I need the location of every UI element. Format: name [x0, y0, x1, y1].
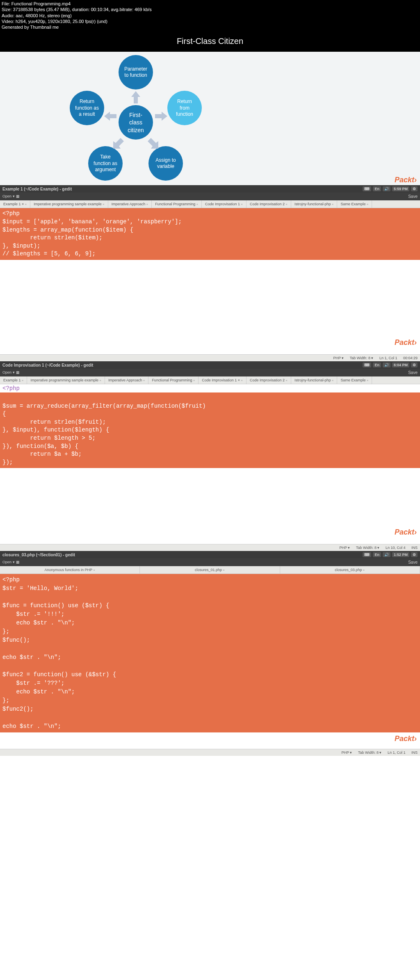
status-lang[interactable]: PHP ▾ [340, 546, 350, 550]
clock: 1:52 PM [392, 552, 409, 557]
arrow-icon [155, 112, 167, 121]
file-metadata: File: Functional Programming.mp4 Size: 3… [0, 0, 420, 31]
tab[interactable]: Imperative Approach [105, 376, 148, 384]
clock: 5:59 PM [392, 186, 409, 191]
editor-whitespace: Packt [0, 260, 420, 354]
code-content: $sum = array_reduce(array_filter(array_m… [2, 403, 206, 466]
editor-whitespace: Packt [0, 732, 420, 749]
tab[interactable]: Functional Programming [148, 376, 199, 384]
diagram-right-node: Return from function [167, 91, 202, 125]
status-lang[interactable]: PHP ▾ [333, 356, 344, 360]
tab[interactable]: Functional Programming [152, 200, 202, 208]
meta-video: Video: h264, yuv420p, 1920x1080, 25.00 f… [2, 18, 418, 24]
diagram-area: First- class citizen Parameter to functi… [0, 52, 420, 185]
gear-icon[interactable]: ⚙ [411, 363, 418, 367]
lang-indicator[interactable]: En [373, 363, 381, 367]
arrow-icon [131, 91, 140, 103]
arrow-icon [148, 138, 158, 149]
tab[interactable]: Example 1 × [0, 200, 30, 208]
php-open-tag: <?php [2, 210, 20, 217]
save-button[interactable]: Save [408, 560, 418, 565]
window-title: Example 1 (~/Code Example) - gedit [2, 187, 72, 191]
tab[interactable]: closures_01.php [140, 566, 280, 574]
tab[interactable]: Same Example [337, 200, 372, 208]
tab[interactable]: closures_03.php [280, 566, 420, 574]
lang-indicator[interactable]: En [373, 552, 381, 557]
open-menu[interactable]: Open ▾ [2, 370, 15, 375]
tab[interactable]: Code Improvisation 2 [247, 200, 291, 208]
php-open-tag: <?php [2, 385, 20, 392]
window-title-bar: Example 1 (~/Code Example) - gedit ⌨ En … [0, 185, 420, 193]
window-title-bar: Code Improvisation 1 (~/Code Example) - … [0, 361, 420, 369]
title-right: ⌨ En 🔊 1:52 PM ⚙ [363, 552, 418, 557]
tab[interactable]: Example 1 [0, 376, 27, 384]
title-right: ⌨ En 🔊 5:59 PM ⚙ [363, 186, 418, 191]
clock: 6:04 PM [392, 363, 409, 367]
svg-marker-1 [155, 112, 167, 121]
bottomright-label: Assign to variable [155, 157, 176, 170]
sound-icon[interactable]: 🔊 [383, 186, 390, 191]
svg-marker-4 [104, 112, 116, 121]
gear-icon[interactable]: ⚙ [411, 186, 418, 191]
tab[interactable]: Istrojny-functional-php [291, 376, 337, 384]
status-tabwidth[interactable]: Tab Width: 8 ▾ [358, 750, 382, 755]
tab[interactable]: Code Improvisation 1 [202, 200, 247, 208]
svg-marker-2 [148, 138, 158, 149]
tab[interactable]: Code Improvisation 1 × [199, 376, 247, 384]
page-title: First-Class Citizen [0, 31, 420, 52]
tab[interactable]: Imperative programming sample example [30, 200, 108, 208]
code-content: $input = ['apple', 'banana', 'orange', '… [2, 218, 182, 257]
tab[interactable]: Same Example [337, 376, 372, 384]
status-tabwidth[interactable]: Tab Width: 8 ▾ [350, 356, 374, 360]
tab[interactable]: Istrojny-functional-php [291, 200, 337, 208]
meta-audio: Audio: aac, 48000 Hz, stereo (eng) [2, 13, 418, 18]
status-cursor: Ln 1, Col 1 [388, 750, 406, 755]
save-button[interactable]: Save [408, 370, 418, 375]
keyboard-icon[interactable]: ⌨ [363, 363, 371, 367]
lang-indicator[interactable]: En [373, 186, 381, 191]
diagram-bottomright-node: Assign to variable [148, 146, 183, 181]
diagram-center-node: First- class citizen [119, 105, 153, 140]
tab[interactable]: Anonymous functions in PHP [0, 566, 140, 574]
packt-logo: Packt [395, 528, 417, 537]
tab[interactable]: Imperative Approach [108, 200, 152, 208]
sound-icon[interactable]: 🔊 [383, 552, 390, 557]
save-button[interactable]: Save [408, 194, 418, 199]
diagram-left-node: Return function as a result [70, 91, 104, 125]
tab-bar: Example 1 Imperative programming sample … [0, 376, 420, 384]
code-editor[interactable]: <?php $input = ['apple', 'banana', 'oran… [0, 208, 420, 260]
status-lang[interactable]: PHP ▾ [342, 750, 352, 755]
tab[interactable]: Imperative programming sample example [27, 376, 105, 384]
new-doc-icon[interactable]: ▦ [16, 194, 20, 199]
code-editor[interactable]: <?php $str = 'Hello, World'; $func = fun… [0, 574, 420, 732]
window-title-bar: closures_03.php (~/Section01) - gedit ⌨ … [0, 551, 420, 558]
top-label: Parameter to function [124, 66, 147, 79]
keyboard-icon[interactable]: ⌨ [363, 186, 371, 191]
open-menu[interactable]: Open ▾ [2, 560, 15, 565]
window-title: Code Improvisation 1 (~/Code Example) - … [2, 363, 93, 367]
left-label: Return function as a result [75, 99, 99, 118]
center-label: First- class citizen [128, 111, 144, 134]
editor-3: closures_03.php (~/Section01) - gedit ⌨ … [0, 551, 420, 756]
editor-whitespace: Packt [0, 468, 420, 544]
status-bar: PHP ▾ Tab Width: 8 ▾ Ln 1, Col 1 INS [0, 749, 420, 756]
title-right: ⌨ En 🔊 6:04 PM ⚙ [363, 363, 418, 367]
tab[interactable]: Code Improvisation 2 [247, 376, 291, 384]
open-menu[interactable]: Open ▾ [2, 194, 15, 199]
status-tabwidth[interactable]: Tab Width: 8 ▾ [356, 546, 380, 550]
new-doc-icon[interactable]: ▦ [16, 560, 20, 565]
code-editor[interactable]: $sum = array_reduce(array_filter(array_m… [0, 392, 420, 468]
meta-size: Size: 37188538 bytes (35.47 MiB), durati… [2, 7, 418, 12]
status-bar: PHP ▾ Tab Width: 8 ▾ Ln 10, Col 4 INS [0, 544, 420, 551]
tab-bar: Example 1 × Imperative programming sampl… [0, 200, 420, 208]
editor-2: Code Improvisation 1 (~/Code Example) - … [0, 361, 420, 551]
status-ins: 00:04:29 [403, 356, 418, 360]
status-bar: PHP ▾ Tab Width: 8 ▾ Ln 1, Col 1 00:04:2… [0, 354, 420, 361]
gear-icon[interactable]: ⚙ [411, 552, 418, 557]
meta-generated: Generated by Thumbnail me [2, 24, 418, 30]
keyboard-icon[interactable]: ⌨ [363, 552, 371, 557]
svg-marker-3 [113, 138, 124, 149]
new-doc-icon[interactable]: ▦ [16, 370, 20, 375]
sound-icon[interactable]: 🔊 [383, 363, 390, 367]
status-ins: INS [411, 750, 418, 755]
